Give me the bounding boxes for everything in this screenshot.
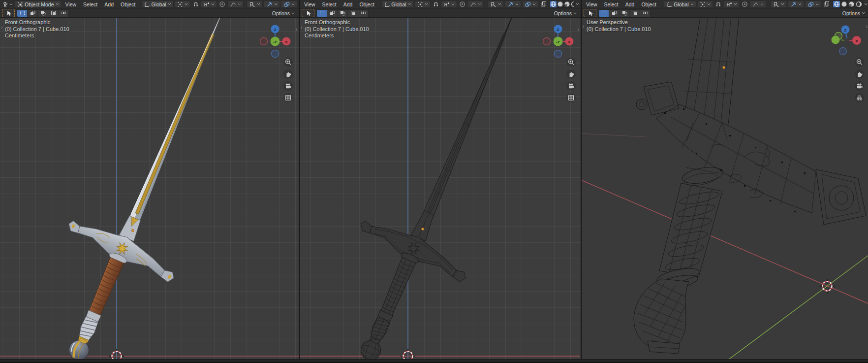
shading-material-button[interactable]	[848, 1, 855, 7]
viewport-canvas[interactable]	[300, 0, 580, 363]
shading-wireframe-button[interactable]	[833, 1, 840, 7]
zoom-button[interactable]	[283, 58, 293, 67]
navigation-gizmo[interactable]: X Z	[831, 24, 864, 59]
menu-select[interactable]: Select	[319, 1, 340, 7]
gizmo-neg-z-ball[interactable]	[839, 48, 847, 55]
zoom-button[interactable]	[566, 58, 576, 67]
sword-object[interactable]	[313, 0, 567, 363]
proportional-editing-toggle[interactable]	[741, 1, 749, 7]
proportional-editing-toggle[interactable]	[458, 1, 466, 7]
pivot-point-dropdown[interactable]	[697, 0, 713, 8]
select-invert-button[interactable]	[48, 10, 59, 17]
menu-object[interactable]: Object	[638, 1, 659, 7]
menu-view[interactable]: View	[62, 1, 80, 7]
toolbar-expand-arrow[interactable]: ›	[1, 25, 2, 30]
zoom-button[interactable]	[855, 58, 864, 67]
menu-add[interactable]: Add	[622, 1, 638, 7]
select-subtract-button[interactable]	[620, 10, 630, 17]
sidebar-expand-arrow[interactable]: ‹	[296, 27, 297, 32]
snap-toggle[interactable]	[191, 1, 200, 7]
menu-add[interactable]: Add	[101, 1, 117, 7]
snap-with-dropdown[interactable]	[201, 0, 217, 8]
pivot-point-dropdown[interactable]	[175, 0, 190, 8]
shading-rendered-button[interactable]	[855, 1, 863, 7]
shading-solid-button[interactable]	[840, 1, 848, 7]
camera-view-button[interactable]	[566, 81, 576, 91]
select-subtract-button[interactable]	[338, 10, 348, 17]
viewport-front-wireframe[interactable]: View Select Add Object Global	[299, 0, 581, 363]
shading-wireframe-button[interactable]	[550, 1, 557, 7]
select-set-button[interactable]	[599, 10, 609, 17]
show-gizmos-toggle[interactable]	[788, 0, 804, 8]
toolbar-expand-arrow[interactable]: ›	[301, 25, 302, 30]
select-set-button[interactable]	[17, 10, 28, 17]
toggle-ortho-grid-button[interactable]	[283, 93, 293, 102]
mode-dropdown[interactable]: Object Mode	[15, 0, 62, 8]
proportional-falloff-dropdown[interactable]	[227, 0, 244, 8]
chevron-down-icon[interactable]	[576, 3, 579, 5]
snap-toggle[interactable]	[432, 1, 440, 7]
sword-object[interactable]	[634, 9, 866, 354]
toolbar-expand-arrow[interactable]: ›	[583, 24, 584, 29]
select-intersect-button[interactable]	[358, 10, 369, 17]
gizmo-neg-y-ball[interactable]	[832, 36, 840, 44]
gizmo-neg-x-ball[interactable]	[543, 38, 551, 45]
viewport-canvas[interactable]	[0, 0, 299, 363]
object-visibility-dropdown[interactable]	[771, 0, 787, 8]
transform-orientation-dropdown[interactable]: Global	[664, 0, 696, 8]
pan-hand-button[interactable]	[566, 69, 576, 79]
snap-toggle[interactable]	[714, 1, 722, 7]
proportional-falloff-dropdown[interactable]	[467, 0, 484, 8]
options-dropdown[interactable]: Options	[554, 10, 579, 16]
show-overlays-toggle[interactable]	[522, 0, 538, 8]
select-intersect-button[interactable]	[59, 10, 69, 17]
object-visibility-dropdown[interactable]	[247, 0, 263, 8]
pivot-point-dropdown[interactable]	[415, 0, 431, 8]
menu-view[interactable]: View	[583, 1, 600, 7]
menu-select[interactable]: Select	[601, 1, 621, 7]
transform-orientation-dropdown[interactable]: Global	[381, 0, 413, 8]
pan-hand-button[interactable]	[283, 69, 293, 79]
gizmo-neg-z-ball[interactable]	[272, 50, 279, 58]
snap-with-dropdown[interactable]	[723, 0, 740, 8]
toggle-xray-button[interactable]	[822, 1, 831, 7]
navigation-gizmo[interactable]: X Z -Y	[259, 24, 293, 59]
show-gizmos-toggle[interactable]	[264, 0, 280, 8]
select-set-button[interactable]	[317, 10, 327, 17]
chevron-down-icon[interactable]	[864, 3, 868, 5]
shading-material-button[interactable]	[564, 1, 571, 7]
editor-type-button[interactable]	[1, 1, 14, 7]
select-extend-button[interactable]	[28, 10, 38, 17]
select-invert-button[interactable]	[630, 10, 640, 17]
select-intersect-button[interactable]	[640, 10, 651, 17]
toggle-xray-button[interactable]	[539, 1, 548, 7]
proportional-editing-toggle[interactable]	[218, 1, 226, 7]
sidebar-expand-arrow[interactable]: ‹	[578, 27, 579, 32]
viewport-canvas[interactable]	[582, 0, 868, 363]
viewport-user-perspective[interactable]: View Select Add Object Global	[581, 0, 868, 363]
menu-view[interactable]: View	[301, 1, 318, 7]
shading-rendered-button[interactable]	[571, 1, 575, 7]
show-overlays-toggle[interactable]	[281, 0, 297, 8]
active-tool-tweak-button[interactable]	[302, 9, 314, 17]
proportional-falloff-dropdown[interactable]	[750, 0, 766, 8]
camera-view-button[interactable]	[283, 81, 293, 91]
select-invert-button[interactable]	[348, 10, 358, 17]
gizmo-neg-z-ball[interactable]	[555, 50, 562, 58]
select-subtract-button[interactable]	[38, 10, 48, 17]
options-dropdown[interactable]: Options	[272, 10, 297, 16]
select-extend-button[interactable]	[609, 10, 620, 17]
transform-orientation-dropdown[interactable]: Global	[141, 0, 173, 8]
sidebar-expand-arrow[interactable]: ‹	[866, 24, 868, 29]
options-dropdown[interactable]: Options	[842, 10, 867, 16]
shading-solid-button[interactable]	[557, 1, 564, 7]
sword-object[interactable]	[21, 0, 276, 363]
active-tool-tweak-button[interactable]	[584, 9, 596, 17]
gizmo-neg-x-ball[interactable]	[260, 38, 268, 45]
camera-view-button[interactable]	[855, 81, 864, 91]
toggle-persp-grid-button[interactable]	[855, 93, 864, 102]
viewport-front-shaded[interactable]: Object Mode View Select Add Object Globa…	[0, 0, 299, 363]
toggle-ortho-grid-button[interactable]	[566, 93, 576, 102]
active-tool-tweak-button[interactable]	[2, 9, 15, 17]
menu-object[interactable]: Object	[356, 1, 377, 7]
